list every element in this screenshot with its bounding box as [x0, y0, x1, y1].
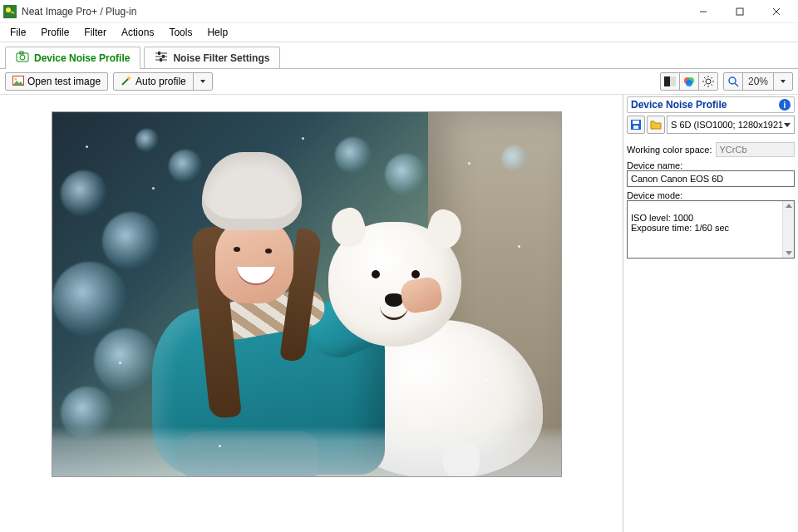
color-space-row: Working color space: YCrCb: [627, 139, 795, 157]
color-channels-button[interactable]: [680, 73, 698, 90]
svg-line-29: [711, 85, 712, 86]
device-name-text: Canon Canon EOS 6D: [631, 174, 723, 184]
window-title: Neat Image Pro+ / Plug-in: [22, 6, 136, 17]
svg-rect-19: [670, 76, 676, 86]
svg-rect-14: [160, 58, 162, 62]
device-mode-field[interactable]: ISO level: 1000 Exposure time: 1/60 sec: [627, 200, 795, 259]
brightness-button[interactable]: [699, 73, 717, 90]
svg-point-32: [729, 77, 736, 84]
svg-rect-10: [158, 52, 160, 55]
menu-actions[interactable]: Actions: [115, 25, 160, 40]
zoom-dropdown[interactable]: [774, 73, 792, 90]
sliders-icon: [155, 51, 168, 65]
menu-filter[interactable]: Filter: [77, 25, 113, 40]
auto-profile-label: Auto profile: [135, 76, 186, 87]
svg-line-30: [704, 85, 706, 86]
panel-header: Device Noise Profile i: [627, 96, 795, 113]
tab-device-noise-profile[interactable]: Device Noise Profile: [5, 47, 140, 69]
svg-line-28: [704, 77, 706, 79]
titlebar: Neat Image Pro+ / Plug-in: [0, 0, 798, 23]
zoom-tool-button[interactable]: [724, 73, 742, 90]
open-profile-button[interactable]: [647, 116, 665, 134]
tabbar: Device Noise Profile Noise Filter Settin…: [0, 42, 798, 69]
zoom-group: 20%: [723, 72, 793, 91]
panel-title: Device Noise Profile: [631, 99, 727, 111]
side-panel: Device Noise Profile i S 6D (ISO1000; 12…: [623, 95, 798, 532]
svg-point-23: [706, 79, 711, 84]
profile-selected-text: S 6D (ISO1000; 1280x1921: [671, 120, 783, 130]
svg-rect-3: [736, 8, 743, 15]
close-button[interactable]: [758, 0, 795, 23]
tab-noise-filter-settings[interactable]: Noise Filter Settings: [144, 47, 280, 68]
app-icon: [3, 5, 17, 18]
test-image: [52, 111, 562, 477]
profile-select[interactable]: S 6D (ISO1000; 1280x1921: [667, 116, 795, 134]
svg-point-8: [20, 55, 25, 60]
svg-point-16: [15, 77, 17, 80]
auto-profile-group: Auto profile: [113, 72, 213, 91]
save-profile-button[interactable]: [627, 116, 645, 134]
auto-profile-button[interactable]: Auto profile: [114, 73, 193, 90]
menu-help[interactable]: Help: [200, 25, 234, 40]
tab-label: Noise Filter Settings: [173, 52, 269, 64]
wand-icon: [121, 75, 132, 89]
color-space-label: Working color space:: [627, 145, 712, 155]
svg-point-22: [686, 80, 692, 86]
open-image-group: Open test image: [5, 72, 108, 91]
menubar: File Profile Filter Actions Tools Help: [0, 23, 798, 42]
image-canvas[interactable]: [0, 95, 623, 532]
view-mode-group: [660, 72, 718, 91]
svg-rect-36: [633, 126, 638, 129]
menu-file[interactable]: File: [3, 25, 32, 40]
open-test-image-button[interactable]: Open test image: [6, 73, 107, 90]
menu-profile[interactable]: Profile: [34, 25, 76, 40]
scrollbar[interactable]: [782, 201, 794, 258]
color-space-value: YCrCb: [716, 142, 795, 157]
svg-rect-35: [633, 121, 639, 124]
minimize-button[interactable]: [685, 0, 722, 23]
device-name-label: Device name:: [627, 160, 795, 170]
svg-line-17: [122, 78, 129, 85]
svg-rect-18: [664, 76, 670, 86]
device-mode-text: ISO level: 1000 Exposure time: 1/60 sec: [631, 213, 791, 233]
device-name-field[interactable]: Canon Canon EOS 6D: [627, 170, 795, 187]
device-mode-label: Device mode:: [627, 190, 795, 200]
svg-rect-12: [162, 55, 165, 58]
grayscale-view-button[interactable]: [661, 73, 679, 90]
color-space-text: YCrCb: [720, 145, 747, 155]
info-icon[interactable]: i: [779, 99, 791, 111]
profile-row: S 6D (ISO1000; 1280x1921: [627, 116, 795, 134]
maximize-button[interactable]: [722, 0, 758, 23]
window-controls: [685, 0, 795, 23]
open-test-image-label: Open test image: [27, 76, 101, 87]
auto-profile-dropdown[interactable]: [194, 73, 212, 90]
svg-line-33: [735, 83, 738, 86]
content-area: Device Noise Profile i S 6D (ISO1000; 12…: [0, 95, 798, 532]
menu-tools[interactable]: Tools: [162, 25, 199, 40]
image-icon: [12, 76, 24, 88]
zoom-level[interactable]: 20%: [743, 76, 773, 87]
svg-line-31: [711, 77, 712, 79]
toolbar: Open test image Auto profile: [0, 69, 798, 95]
tab-label: Device Noise Profile: [34, 52, 130, 64]
camera-icon: [16, 51, 29, 65]
